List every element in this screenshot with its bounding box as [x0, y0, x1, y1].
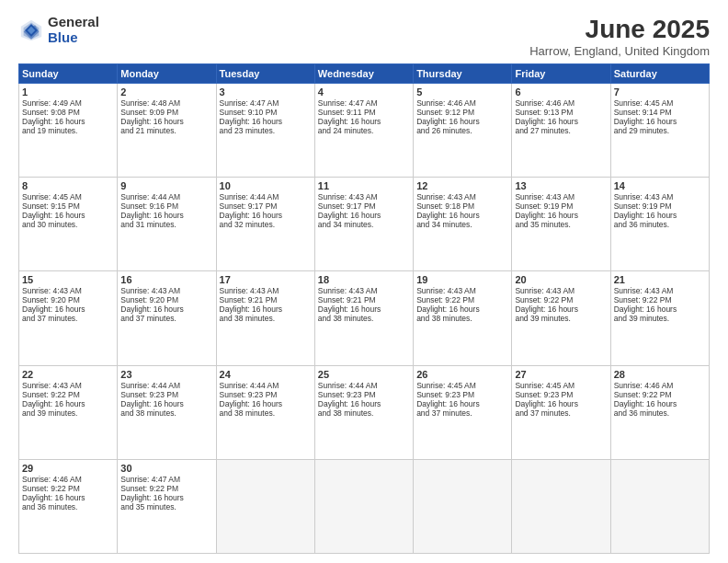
day-info-line: Sunset: 9:15 PM — [22, 201, 114, 211]
calendar-cell: 23Sunrise: 4:44 AMSunset: 9:23 PMDayligh… — [118, 365, 216, 459]
day-number: 23 — [120, 369, 212, 380]
logo-general: General — [48, 15, 99, 30]
day-number: 28 — [614, 369, 706, 380]
page: General Blue June 2025 Harrow, England, … — [0, 0, 728, 563]
day-info-line: Daylight: 16 hours — [22, 211, 114, 220]
day-info-line: Daylight: 16 hours — [120, 493, 212, 502]
day-info-line: Sunrise: 4:49 AM — [22, 98, 114, 108]
day-info-line: Sunset: 9:19 PM — [515, 201, 607, 211]
day-info-line: Sunset: 9:20 PM — [22, 295, 114, 304]
day-info-line: and 37 minutes. — [416, 408, 508, 418]
logo-text: General Blue — [48, 15, 99, 45]
day-info-line: Daylight: 16 hours — [515, 399, 607, 408]
calendar-day-header: Thursday — [414, 64, 512, 84]
day-info-line: Sunrise: 4:48 AM — [120, 98, 212, 108]
day-info-line: Daylight: 16 hours — [318, 117, 410, 126]
calendar-week-row: 1Sunrise: 4:49 AMSunset: 9:08 PMDaylight… — [19, 84, 710, 178]
day-info-line: and 24 minutes. — [318, 126, 410, 135]
day-info-line: Sunset: 9:10 PM — [220, 108, 312, 117]
calendar-cell: 26Sunrise: 4:45 AMSunset: 9:23 PMDayligh… — [414, 365, 512, 459]
calendar-cell: 22Sunrise: 4:43 AMSunset: 9:22 PMDayligh… — [19, 365, 118, 459]
calendar-cell: 28Sunrise: 4:46 AMSunset: 9:22 PMDayligh… — [610, 365, 709, 459]
day-info-line: Sunset: 9:22 PM — [120, 484, 212, 493]
day-info-line: Daylight: 16 hours — [220, 211, 312, 220]
day-number: 12 — [416, 180, 508, 191]
calendar-cell: 21Sunrise: 4:43 AMSunset: 9:22 PMDayligh… — [610, 271, 709, 365]
day-info-line: and 31 minutes. — [120, 220, 212, 229]
calendar-cell: 1Sunrise: 4:49 AMSunset: 9:08 PMDaylight… — [19, 84, 118, 178]
day-info-line: Sunrise: 4:45 AM — [416, 381, 508, 390]
day-info-line: Sunrise: 4:45 AM — [515, 381, 607, 390]
header: General Blue June 2025 Harrow, England, … — [18, 15, 710, 58]
day-info-line: Sunrise: 4:46 AM — [416, 98, 508, 108]
day-info-line: and 34 minutes. — [318, 220, 410, 229]
day-info-line: Sunset: 9:22 PM — [614, 295, 706, 304]
calendar-week-row: 15Sunrise: 4:43 AMSunset: 9:20 PMDayligh… — [19, 271, 710, 365]
day-info-line: Daylight: 16 hours — [318, 211, 410, 220]
calendar-cell: 6Sunrise: 4:46 AMSunset: 9:13 PMDaylight… — [512, 84, 610, 178]
day-number: 13 — [515, 180, 607, 191]
day-info-line: Sunrise: 4:45 AM — [614, 98, 706, 108]
calendar-cell — [216, 459, 314, 553]
day-info-line: Daylight: 16 hours — [515, 211, 607, 220]
day-info-line: and 37 minutes. — [515, 408, 607, 418]
day-info-line: and 32 minutes. — [220, 220, 312, 229]
day-info-line: Sunset: 9:12 PM — [416, 108, 508, 117]
day-info-line: Sunset: 9:23 PM — [515, 390, 607, 399]
day-info-line: and 26 minutes. — [416, 126, 508, 135]
calendar-cell: 29Sunrise: 4:46 AMSunset: 9:22 PMDayligh… — [19, 459, 118, 553]
day-info-line: Daylight: 16 hours — [120, 304, 212, 314]
day-info-line: Sunset: 9:09 PM — [120, 108, 212, 117]
day-info-line: Sunrise: 4:46 AM — [22, 475, 114, 484]
calendar-cell: 8Sunrise: 4:45 AMSunset: 9:15 PMDaylight… — [19, 178, 118, 271]
day-info-line: Sunset: 9:21 PM — [318, 295, 410, 304]
day-info-line: Sunset: 9:22 PM — [22, 390, 114, 399]
day-info-line: Daylight: 16 hours — [22, 117, 114, 126]
day-number: 3 — [220, 86, 312, 98]
calendar-cell: 12Sunrise: 4:43 AMSunset: 9:18 PMDayligh… — [414, 178, 512, 271]
day-number: 29 — [22, 463, 114, 474]
day-number: 19 — [416, 274, 508, 285]
calendar-cell: 10Sunrise: 4:44 AMSunset: 9:17 PMDayligh… — [216, 178, 314, 271]
calendar-day-header: Tuesday — [216, 64, 314, 84]
day-info-line: and 21 minutes. — [120, 126, 212, 135]
day-info-line: Sunset: 9:23 PM — [120, 390, 212, 399]
calendar-week-row: 8Sunrise: 4:45 AMSunset: 9:15 PMDaylight… — [19, 178, 710, 271]
day-number: 6 — [515, 86, 607, 98]
day-info-line: Daylight: 16 hours — [515, 117, 607, 126]
day-info-line: and 38 minutes. — [220, 314, 312, 323]
day-info-line: Sunrise: 4:43 AM — [220, 286, 312, 295]
day-number: 16 — [120, 274, 212, 285]
day-info-line: and 39 minutes. — [614, 314, 706, 323]
day-info-line: Sunrise: 4:44 AM — [120, 192, 212, 201]
calendar-cell — [414, 459, 512, 553]
calendar-cell: 11Sunrise: 4:43 AMSunset: 9:17 PMDayligh… — [314, 178, 413, 271]
day-info-line: Daylight: 16 hours — [120, 211, 212, 220]
calendar: SundayMondayTuesdayWednesdayThursdayFrid… — [18, 63, 710, 554]
day-info-line: and 36 minutes. — [22, 502, 114, 511]
logo-blue: Blue — [48, 30, 99, 46]
day-info-line: and 38 minutes. — [318, 314, 410, 323]
day-info-line: and 34 minutes. — [416, 220, 508, 229]
day-number: 11 — [318, 180, 410, 191]
title-block: June 2025 Harrow, England, United Kingdo… — [529, 15, 710, 58]
day-info-line: Sunrise: 4:43 AM — [22, 286, 114, 295]
day-info-line: Daylight: 16 hours — [22, 399, 114, 408]
day-number: 1 — [22, 86, 114, 98]
calendar-cell — [610, 459, 709, 553]
day-number: 15 — [22, 274, 114, 285]
day-info-line: Sunrise: 4:43 AM — [515, 286, 607, 295]
day-info-line: Sunrise: 4:43 AM — [515, 192, 607, 201]
day-info-line: Daylight: 16 hours — [614, 117, 706, 126]
main-title: June 2025 — [529, 15, 710, 44]
day-info-line: Sunrise: 4:43 AM — [318, 192, 410, 201]
day-info-line: and 36 minutes. — [614, 408, 706, 418]
day-info-line: Daylight: 16 hours — [416, 399, 508, 408]
subtitle: Harrow, England, United Kingdom — [529, 44, 710, 58]
day-info-line: Sunrise: 4:43 AM — [416, 192, 508, 201]
day-info-line: Sunset: 9:23 PM — [220, 390, 312, 399]
day-number: 20 — [515, 274, 607, 285]
day-info-line: Sunset: 9:08 PM — [22, 108, 114, 117]
calendar-day-header: Saturday — [610, 64, 709, 84]
day-info-line: Daylight: 16 hours — [614, 399, 706, 408]
